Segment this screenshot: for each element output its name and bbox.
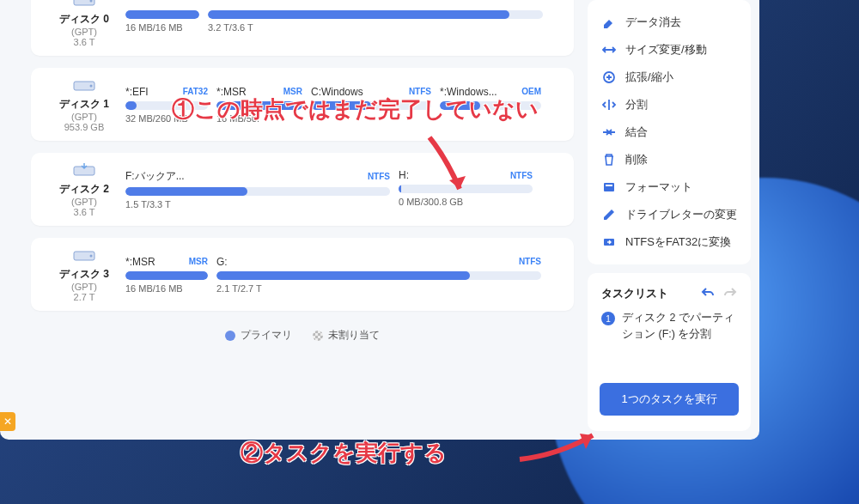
partition[interactable]: F:バックア...NTFS 1.5 T/3.3 T	[125, 169, 390, 209]
merge-icon	[601, 124, 617, 140]
operations-box: データ消去 サイズ変更/移動 拡張/縮小 分割 結合 削除	[588, 0, 751, 264]
partition-list: *:EFIFAT32 32 MB/260 MB *:MSRMSR 16 MB/5…	[125, 86, 562, 124]
op-extend-shrink[interactable]: 拡張/縮小	[593, 64, 746, 91]
partition-bar	[216, 271, 541, 280]
close-icon: ✕	[3, 416, 12, 428]
partition-fs: MSR	[189, 257, 208, 266]
partition-label: *:MSR	[125, 256, 155, 268]
partition-size: 3.2 T/3.6 T	[208, 22, 543, 33]
side-tab[interactable]: ✕	[0, 412, 15, 431]
disk-name: ディスク 3	[59, 267, 109, 282]
undo-icon[interactable]	[701, 285, 715, 301]
format-icon	[601, 179, 617, 195]
op-data-erase[interactable]: データ消去	[593, 9, 746, 36]
split-icon	[601, 97, 617, 112]
partition[interactable]: 3.2 T/3.6 T	[208, 7, 543, 33]
svg-rect-8	[604, 183, 614, 191]
partition[interactable]: G:NTFS 2.1 T/2.7 T	[216, 256, 541, 294]
op-label: NTFSをFAT32に変換	[625, 234, 731, 250]
partition-list: 16 MB/16 MB 3.2 T/3.6 T	[125, 7, 562, 33]
disk-info: ディスク 1 (GPT) 953.9 GB	[43, 76, 125, 132]
task-list-box: タスクリスト 1 ディスク 2 でパーティション (F:) を分割 1つのタスク…	[588, 273, 751, 431]
partition[interactable]: 16 MB/16 MB	[125, 7, 199, 33]
partition-bar	[125, 101, 208, 110]
partition-fs: NTFS	[519, 257, 541, 266]
disk-icon	[72, 161, 96, 179]
disk-info: ディスク 2 (GPT) 3.6 T	[43, 161, 125, 217]
partition-label: G:	[216, 256, 228, 268]
primary-swatch-icon	[225, 331, 235, 341]
run-tasks-button[interactable]: 1つのタスクを実行	[600, 383, 739, 416]
disk-name: ディスク 0	[59, 12, 109, 27]
partition[interactable]: *:EFIFAT32 32 MB/260 MB	[125, 86, 208, 124]
annotation-2: ②タスクを実行する	[241, 438, 447, 468]
disk-scheme: (GPT)	[71, 112, 97, 122]
partition[interactable]: *:Windows...OEM	[440, 86, 541, 124]
partition-bar	[125, 271, 208, 280]
partition-size: 1.5 T/3.3 T	[125, 199, 390, 209]
partition[interactable]: C:WindowsNTFS	[311, 86, 431, 124]
task-list-header: タスクリスト	[593, 282, 746, 308]
partition-size: 16 MB/16 MB	[125, 22, 199, 33]
op-split[interactable]: 分割	[593, 91, 746, 118]
svg-point-3	[90, 85, 93, 88]
disk-capacity: 3.6 T	[74, 207, 95, 217]
partition-fs: FAT32	[183, 87, 208, 96]
disk-info: ディスク 0 (GPT) 3.6 T	[43, 0, 125, 47]
partition[interactable]: *:MSRMSR 16 MB/16 MB	[125, 256, 208, 294]
disk-name: ディスク 2	[59, 182, 109, 197]
legend-unallocated: 未割り当て	[313, 328, 380, 343]
partition-list: F:バックア...NTFS 1.5 T/3.3 T H:NTFS 0 MB/30…	[125, 169, 562, 209]
partition-bar	[125, 10, 199, 19]
op-label: サイズ変更/移動	[625, 42, 707, 58]
disk-icon	[72, 246, 96, 264]
disk-card-1[interactable]: ディスク 1 (GPT) 953.9 GB *:EFIFAT32 32 MB/2…	[31, 68, 574, 141]
disk-name: ディスク 1	[59, 97, 109, 112]
svg-rect-9	[606, 185, 612, 186]
disk-card-3[interactable]: ディスク 3 (GPT) 2.7 T *:MSRMSR 16 MB/16 MB …	[31, 238, 574, 311]
partition-fs: MSR	[283, 87, 302, 96]
op-label: データ消去	[625, 15, 681, 30]
partition-bar	[208, 10, 543, 19]
trash-icon	[601, 152, 617, 167]
task-number-badge: 1	[601, 312, 615, 325]
partition-bar	[440, 101, 541, 110]
pencil-icon	[601, 207, 617, 222]
legend-unallocated-label: 未割り当て	[328, 328, 380, 343]
partition-list: *:MSRMSR 16 MB/16 MB G:NTFS 2.1 T/2.7 T	[125, 256, 562, 294]
op-delete[interactable]: 削除	[593, 146, 746, 173]
expand-icon	[601, 70, 617, 85]
op-label: 結合	[625, 124, 648, 140]
disk-scheme: (GPT)	[71, 197, 97, 207]
legend: プライマリ 未割り当て	[31, 323, 574, 348]
op-format[interactable]: フォーマット	[593, 173, 746, 201]
partition-bar	[399, 185, 533, 193]
partition-label: C:Windows	[311, 86, 363, 98]
disk-card-2[interactable]: ディスク 2 (GPT) 3.6 T F:バックア...NTFS 1.5 T/3…	[31, 153, 574, 226]
op-ntfs-to-fat32[interactable]: NTFSをFAT32に変換	[593, 228, 746, 256]
disk-icon	[72, 76, 96, 94]
op-resize-move[interactable]: サイズ変更/移動	[593, 36, 746, 64]
partition-fs: NTFS	[510, 171, 533, 180]
redo-icon[interactable]	[723, 285, 737, 301]
disk-capacity: 2.7 T	[74, 292, 95, 302]
disk-capacity: 3.6 T	[74, 37, 95, 47]
op-label: 拡張/縮小	[625, 70, 673, 85]
partition[interactable]: H:NTFS 0 MB/300.8 GB	[399, 169, 533, 209]
partition-label: *:Windows...	[440, 86, 497, 98]
partition-bar	[216, 101, 302, 110]
partition-size: 2.1 T/2.7 T	[216, 283, 541, 294]
convert-icon	[601, 234, 617, 250]
task-item[interactable]: 1 ディスク 2 でパーティション (F:) を分割	[593, 308, 746, 349]
disk-card-0[interactable]: ディスク 0 (GPT) 3.6 T 16 MB/16 MB 3.2 T/3.6…	[31, 0, 574, 56]
disk-list-panel: ディスク 0 (GPT) 3.6 T 16 MB/16 MB 3.2 T/3.6…	[0, 0, 582, 440]
resize-icon	[601, 42, 617, 58]
task-text: ディスク 2 でパーティション (F:) を分割	[622, 310, 737, 343]
partition-size: 0 MB/300.8 GB	[399, 197, 533, 207]
unallocated-swatch-icon	[313, 331, 323, 341]
op-change-drive-letter[interactable]: ドライブレターの変更	[593, 201, 746, 228]
op-label: フォーマット	[625, 179, 692, 195]
partition[interactable]: *:MSRMSR 16 MB/50.	[216, 86, 302, 124]
disk-scheme: (GPT)	[71, 27, 97, 37]
op-merge[interactable]: 結合	[593, 118, 746, 146]
